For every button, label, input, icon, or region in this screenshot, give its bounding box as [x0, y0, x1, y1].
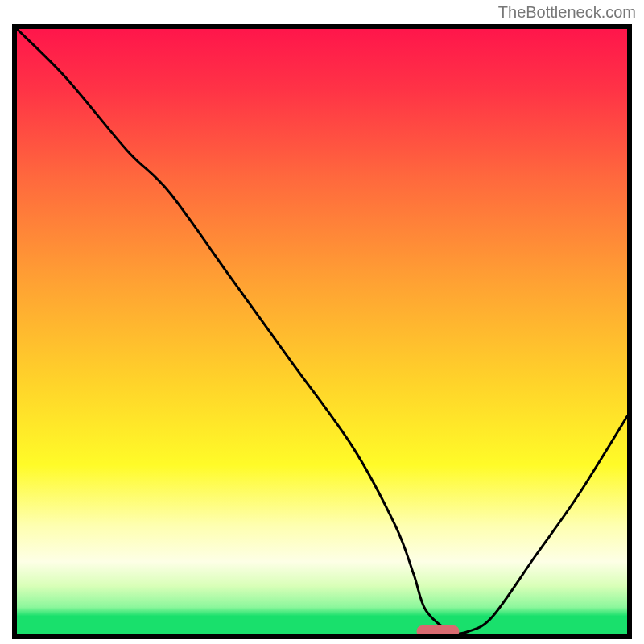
site-watermark: TheBottleneck.com	[498, 3, 636, 22]
bottleneck-curve	[17, 29, 627, 634]
chart-container: TheBottleneck.com	[0, 0, 644, 644]
plot-frame	[12, 24, 632, 639]
optimal-range-marker	[416, 625, 459, 637]
